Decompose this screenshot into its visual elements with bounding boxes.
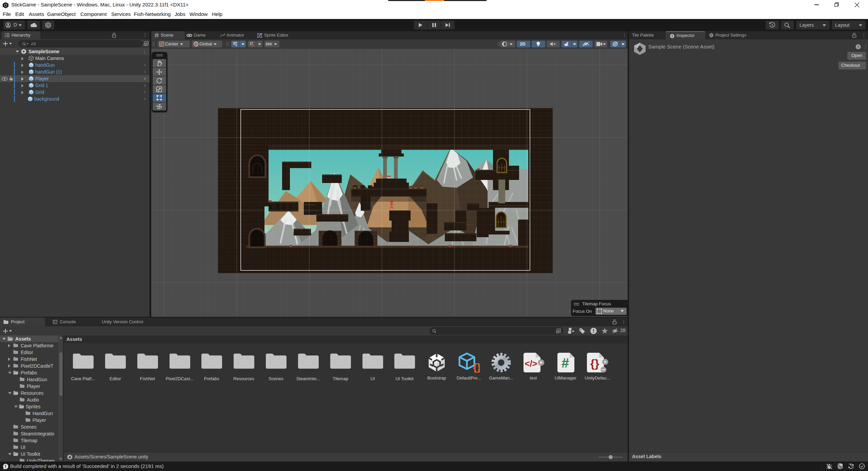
svg-text:#: # — [561, 355, 569, 370]
svg-text:Y: Y — [235, 44, 237, 47]
svg-text:?: ? — [857, 45, 859, 49]
svg-text:D: D — [47, 24, 49, 27]
svg-text:{}: {} — [473, 362, 480, 373]
svg-text:</>: </> — [525, 359, 537, 369]
svg-text:{}: {} — [590, 357, 599, 370]
